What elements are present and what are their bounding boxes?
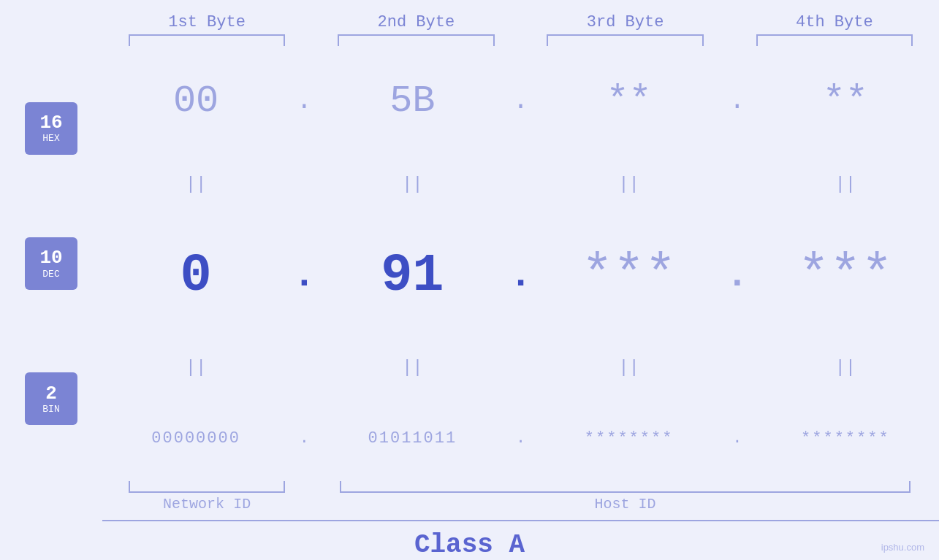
bracket-cell-1: [102, 34, 311, 46]
main-container: 1st Byte 2nd Byte 3rd Byte 4th Byte 16 H…: [0, 0, 939, 560]
bin-sep2-char: .: [516, 429, 525, 448]
bin-badge: 2 BIN: [25, 372, 77, 425]
watermark: ipshu.com: [881, 542, 924, 553]
class-label: Class A: [414, 530, 525, 560]
dec-byte3-value: ***: [582, 246, 677, 306]
dec-sep3: .: [723, 254, 752, 297]
equals-row-2: || || || ||: [102, 358, 939, 377]
dec-row: 0 . 91 . *** . ***: [102, 246, 939, 306]
byte3-header: 3rd Byte: [521, 13, 730, 31]
bin-byte3-cell: ********: [536, 429, 723, 448]
hex-byte3-value: **: [606, 80, 651, 123]
hex-sep3-char: .: [729, 86, 745, 116]
bracket-cell-4: [730, 34, 939, 46]
host-bracket-cell: [311, 481, 939, 493]
hex-sep2-char: .: [513, 86, 529, 116]
eq2-b3: ||: [536, 358, 723, 377]
values-area: 00 . 5B . ** . **: [102, 46, 939, 481]
dec-badge-num: 10: [39, 248, 62, 269]
byte-headers: 1st Byte 2nd Byte 3rd Byte 4th Byte: [0, 13, 939, 31]
bin-byte1-value: 00000000: [151, 429, 240, 448]
top-bracket-1: [129, 34, 286, 46]
eq2-b2: ||: [319, 358, 506, 377]
bracket-cell-2: [311, 34, 520, 46]
dec-badge: 10 DEC: [25, 237, 77, 290]
bottom-brackets-row: [0, 481, 939, 493]
host-bottom-bracket: [340, 481, 911, 493]
dec-byte4-value: ***: [798, 246, 893, 306]
network-id-label: Network ID: [102, 496, 311, 513]
hex-byte1-value: 00: [173, 80, 218, 123]
dec-byte1-cell: 0: [102, 246, 289, 306]
dec-sep2: .: [506, 254, 536, 297]
content-area: 16 HEX 10 DEC 2 BIN 00 .: [0, 46, 939, 481]
dec-sep1-char: .: [293, 254, 316, 297]
top-brackets-row: [0, 34, 939, 46]
network-bottom-bracket: [129, 481, 286, 493]
bin-byte3-value: ********: [585, 429, 674, 448]
bin-sep1-char: .: [300, 429, 309, 448]
bin-byte2-cell: 01011011: [319, 429, 506, 448]
byte1-header: 1st Byte: [102, 13, 311, 31]
bin-badge-label: BIN: [42, 404, 59, 415]
bin-sep2: .: [506, 429, 536, 448]
top-bracket-4: [756, 34, 913, 46]
eq2-b4: ||: [752, 358, 939, 377]
badges-col: 16 HEX 10 DEC 2 BIN: [0, 46, 102, 481]
dec-sep2-char: .: [509, 254, 532, 297]
hex-sep1-char: .: [296, 86, 312, 116]
hex-badge-num: 16: [39, 112, 62, 134]
dec-badge-label: DEC: [42, 269, 59, 280]
hex-sep2: .: [506, 86, 536, 116]
dec-byte2-cell: 91: [319, 246, 506, 306]
byte2-header: 2nd Byte: [311, 13, 520, 31]
network-bracket-cell: [102, 481, 311, 493]
bin-sep3-char: .: [732, 429, 742, 448]
hex-sep1: .: [289, 86, 319, 116]
hex-byte1-cell: 00: [102, 80, 289, 123]
bin-row: 00000000 . 01011011 . ******** .: [102, 429, 939, 448]
eq1-b2: ||: [319, 174, 506, 194]
class-row: Class A: [0, 521, 939, 560]
hex-sep3: .: [723, 86, 752, 116]
dec-byte4-cell: ***: [752, 246, 939, 306]
eq1-b4: ||: [752, 174, 939, 194]
hex-row: 00 . 5B . ** . **: [102, 80, 939, 123]
hex-badge: 16 HEX: [25, 102, 77, 155]
hex-byte2-value: 5B: [389, 80, 435, 123]
eq2-b1: ||: [102, 358, 289, 377]
hex-byte2-cell: 5B: [319, 80, 506, 123]
labels-row: Network ID Host ID: [0, 496, 939, 513]
dec-byte2-value: 91: [381, 246, 444, 306]
top-bracket-3: [547, 34, 704, 46]
eq1-b1: ||: [102, 174, 289, 194]
host-id-label: Host ID: [311, 496, 939, 513]
hex-byte3-cell: **: [536, 80, 723, 123]
bin-byte4-value: ********: [801, 429, 890, 448]
bin-sep3: .: [723, 429, 752, 448]
byte4-header: 4th Byte: [730, 13, 939, 31]
bracket-cell-3: [521, 34, 730, 46]
eq1-b3: ||: [536, 174, 723, 194]
hex-byte4-cell: **: [752, 80, 939, 123]
dec-byte3-cell: ***: [536, 246, 723, 306]
dec-byte1-value: 0: [180, 246, 212, 306]
bin-badge-num: 2: [45, 383, 57, 404]
top-bracket-2: [338, 34, 495, 46]
dec-sep1: .: [289, 254, 319, 297]
dec-sep3-char: .: [726, 254, 748, 297]
hex-byte4-value: **: [823, 80, 868, 123]
hex-badge-label: HEX: [42, 133, 59, 144]
bin-byte2-value: 01011011: [368, 429, 457, 448]
equals-row-1: || || || ||: [102, 174, 939, 194]
bin-byte4-cell: ********: [752, 429, 939, 448]
bin-byte1-cell: 00000000: [102, 429, 289, 448]
bin-sep1: .: [289, 429, 319, 448]
